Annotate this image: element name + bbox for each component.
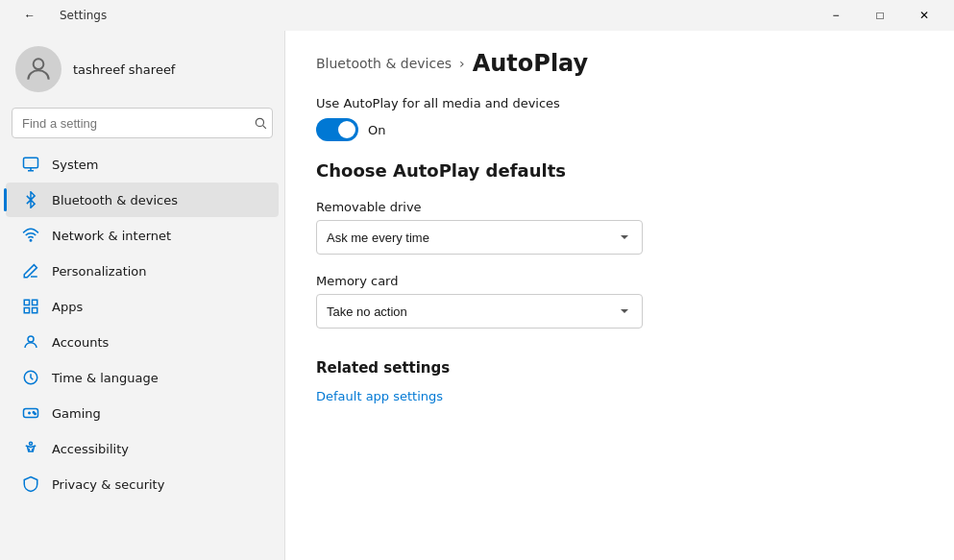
sidebar-item-bluetooth[interactable]: Bluetooth & devices [6, 183, 279, 217]
svg-point-6 [30, 240, 32, 242]
svg-point-0 [34, 59, 44, 69]
sidebar-item-label: Accessibility [52, 442, 129, 456]
toggle-thumb [338, 121, 355, 138]
nav-list: System Bluetooth & devices Network & int… [0, 146, 284, 502]
breadcrumb-separator: › [459, 56, 465, 71]
svg-rect-8 [33, 300, 37, 304]
sidebar-item-label: Accounts [52, 335, 109, 350]
sidebar-item-label: System [52, 158, 98, 172]
sidebar-item-label: Apps [52, 300, 83, 314]
minimize-button[interactable]: − [814, 0, 858, 31]
sidebar-item-time[interactable]: Time & language [6, 360, 279, 395]
autoplay-toggle-row: Use AutoPlay for all media and devices O… [316, 96, 923, 141]
accounts-icon [21, 332, 40, 352]
accessibility-icon [21, 439, 40, 458]
personalization-icon [21, 261, 40, 280]
maximize-button[interactable]: □ [858, 0, 902, 31]
svg-rect-9 [24, 308, 29, 313]
sidebar-item-apps[interactable]: Apps [6, 289, 279, 324]
sidebar-item-gaming[interactable]: Gaming [6, 396, 279, 430]
search-icon [254, 116, 267, 130]
search-input[interactable] [12, 108, 273, 138]
sidebar: tashreef shareef System [0, 31, 284, 560]
close-button[interactable]: ✕ [902, 0, 946, 31]
svg-rect-7 [24, 300, 29, 304]
sidebar-item-accounts[interactable]: Accounts [6, 325, 279, 359]
svg-line-2 [263, 126, 266, 129]
toggle-state-label: On [368, 123, 385, 137]
svg-point-1 [256, 118, 263, 126]
svg-point-17 [35, 413, 37, 415]
search-button[interactable] [254, 116, 267, 130]
avatar [15, 46, 61, 92]
sidebar-item-system[interactable]: System [6, 147, 279, 182]
sidebar-item-privacy[interactable]: Privacy & security [6, 467, 279, 501]
gaming-icon [21, 403, 40, 423]
sidebar-item-label: Privacy & security [52, 477, 164, 492]
memory-card-label: Memory card [316, 274, 923, 288]
username: tashreef shareef [73, 62, 175, 77]
svg-point-18 [30, 442, 33, 445]
removable-drive-select[interactable]: Ask me every time Take no action Open fo… [316, 220, 643, 255]
main-content: Bluetooth & devices › AutoPlay Use AutoP… [284, 31, 954, 560]
related-settings-title: Related settings [316, 359, 923, 377]
breadcrumb-current: AutoPlay [473, 50, 589, 77]
removable-drive-group: Removable drive Ask me every time Take n… [316, 200, 923, 255]
sidebar-item-label: Time & language [52, 371, 159, 385]
removable-drive-label: Removable drive [316, 200, 923, 214]
sidebar-item-label: Gaming [52, 406, 101, 421]
autoplay-toggle-label: Use AutoPlay for all media and devices [316, 96, 923, 110]
sidebar-item-accessibility[interactable]: Accessibility [6, 431, 279, 466]
breadcrumb: Bluetooth & devices › AutoPlay [316, 50, 923, 77]
sidebar-item-label: Network & internet [52, 229, 171, 243]
breadcrumb-parent[interactable]: Bluetooth & devices [316, 56, 452, 71]
window-controls: − □ ✕ [814, 0, 946, 31]
memory-card-select[interactable]: Ask me every time Take no action Open fo… [316, 294, 643, 329]
memory-card-group: Memory card Ask me every time Take no ac… [316, 274, 923, 329]
sidebar-item-label: Personalization [52, 264, 147, 279]
bluetooth-icon [21, 190, 40, 209]
related-settings: Related settings Default app settings [316, 359, 923, 404]
autoplay-toggle[interactable] [316, 118, 358, 141]
apps-icon [21, 297, 40, 316]
back-button[interactable]: ← [8, 0, 52, 31]
sidebar-item-label: Bluetooth & devices [52, 193, 178, 207]
titlebar: ← Settings − □ ✕ [0, 0, 954, 31]
toggle-row: On [316, 118, 923, 141]
system-icon [21, 155, 40, 174]
search-container [12, 108, 273, 138]
section-title: Choose AutoPlay defaults [316, 160, 923, 181]
app-title: Settings [60, 9, 107, 22]
sidebar-item-personalization[interactable]: Personalization [6, 254, 279, 288]
sidebar-item-network[interactable]: Network & internet [6, 218, 279, 253]
svg-rect-10 [33, 308, 37, 313]
app-body: tashreef shareef System [0, 31, 954, 560]
svg-point-11 [28, 336, 34, 342]
default-app-settings-link[interactable]: Default app settings [316, 389, 443, 403]
time-icon [21, 368, 40, 387]
svg-rect-3 [24, 158, 38, 168]
user-profile[interactable]: tashreef shareef [0, 31, 284, 104]
privacy-icon [21, 475, 40, 494]
network-icon [21, 226, 40, 245]
